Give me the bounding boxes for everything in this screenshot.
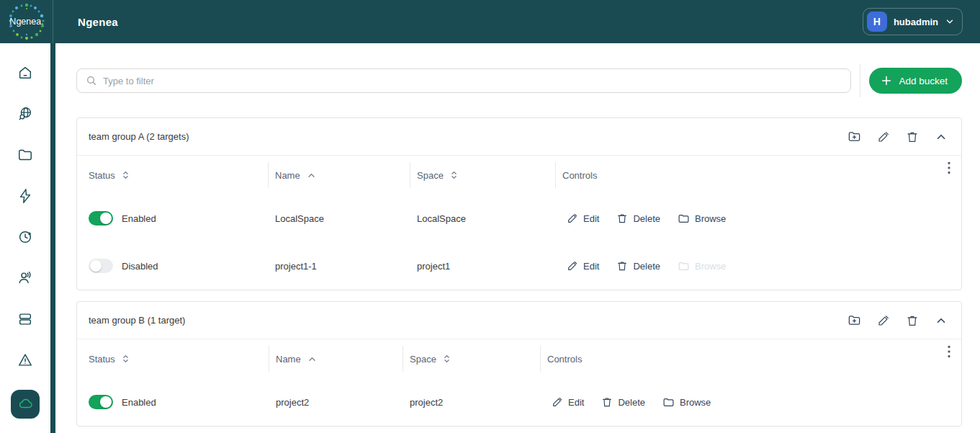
delete-group-button[interactable] <box>906 130 919 143</box>
toolbar-divider <box>860 64 860 97</box>
add-bucket-button[interactable]: Add bucket <box>869 68 962 94</box>
alerts-icon[interactable] <box>0 339 50 380</box>
filter-input[interactable] <box>103 76 842 86</box>
user-menu[interactable]: H hubadmin <box>863 8 963 35</box>
group-b-title: team group B (1 target) <box>89 315 185 326</box>
table-row: Enabled project2 project2 Edit <box>77 378 961 426</box>
plus-icon <box>881 75 892 86</box>
column-header-controls: Controls <box>555 156 961 195</box>
group-card-b: team group B (1 target) <box>76 301 962 427</box>
column-header-controls: Controls <box>540 339 961 378</box>
space-cell: project2 <box>403 397 540 408</box>
activity-icon[interactable] <box>0 175 50 216</box>
trash-icon <box>601 396 613 408</box>
toolbar: Add bucket <box>76 64 962 97</box>
browse-button[interactable]: Browse <box>678 213 726 225</box>
sort-icon <box>122 354 129 364</box>
status-label: Disabled <box>122 261 158 272</box>
folder-icon <box>662 396 675 409</box>
trash-icon <box>616 213 628 224</box>
column-header-name[interactable]: Name <box>268 156 410 195</box>
sort-icon <box>122 170 129 180</box>
status-toggle[interactable] <box>89 259 113 273</box>
ngenea-logo-icon: Ngenea. <box>6 1 47 42</box>
folder-icon <box>678 213 690 225</box>
folder-icon <box>678 260 690 272</box>
edit-group-button[interactable] <box>877 314 890 327</box>
history-icon[interactable] <box>0 216 50 257</box>
collapse-group-button[interactable] <box>935 130 948 143</box>
add-target-button[interactable] <box>848 313 861 327</box>
browse-button-disabled: Browse <box>678 260 726 272</box>
delete-group-button[interactable] <box>906 314 919 327</box>
group-a-table: Status Name Space <box>77 156 961 290</box>
trash-icon <box>616 260 628 272</box>
browse-button[interactable]: Browse <box>662 396 711 409</box>
delete-button[interactable]: Delete <box>601 396 645 408</box>
add-bucket-label: Add bucket <box>899 76 948 86</box>
table-row: Disabled project1-1 project1 Edit <box>77 242 961 290</box>
pencil-icon <box>567 213 578 224</box>
page-title: Ngenea <box>78 16 118 28</box>
cloud-active-button[interactable] <box>11 390 40 419</box>
chevron-down-icon <box>945 17 955 27</box>
name-cell: LocalSpace <box>268 213 410 224</box>
brand-logo: Ngenea. <box>0 0 53 43</box>
users-icon[interactable] <box>0 257 50 298</box>
delete-button[interactable]: Delete <box>616 213 660 224</box>
group-b-header: team group B (1 target) <box>77 302 961 339</box>
pencil-icon <box>877 130 890 143</box>
storage-icon[interactable] <box>0 298 50 339</box>
folder-plus-icon <box>848 313 861 327</box>
space-cell: LocalSpace <box>410 213 555 224</box>
status-label: Enabled <box>122 397 156 408</box>
table-row: Enabled LocalSpace LocalSpace Edit <box>77 195 961 242</box>
group-a-title: team group A (2 targets) <box>89 131 189 142</box>
add-target-button[interactable] <box>848 130 861 143</box>
status-toggle[interactable] <box>89 211 113 226</box>
user-name: hubadmin <box>894 17 938 27</box>
status-label: Enabled <box>122 213 156 224</box>
chevron-up-icon <box>935 130 948 143</box>
trash-icon <box>906 314 919 327</box>
group-a-header: team group A (2 targets) <box>77 118 961 156</box>
group-card-a: team group A (2 targets) <box>76 117 962 290</box>
sort-icon <box>451 170 457 180</box>
status-toggle[interactable] <box>89 395 113 409</box>
logo-wordmark: Ngenea. <box>9 17 43 27</box>
filter-field[interactable] <box>76 68 851 93</box>
home-icon[interactable] <box>0 52 50 93</box>
column-header-status[interactable]: Status <box>77 339 269 378</box>
group-b-table: Status Name Space <box>77 339 961 426</box>
edit-button[interactable]: Edit <box>567 260 599 272</box>
main-content: Add bucket team group A (2 targets) <box>55 43 980 433</box>
sidebar <box>0 43 50 433</box>
search-icon <box>86 75 97 86</box>
pencil-icon <box>877 314 890 327</box>
edit-button[interactable]: Edit <box>567 213 599 224</box>
collapse-group-button[interactable] <box>935 314 948 327</box>
sidebar-accent-bar <box>50 43 55 433</box>
chevron-up-icon <box>935 314 948 327</box>
edit-group-button[interactable] <box>877 130 890 143</box>
column-header-space[interactable]: Space <box>403 339 540 378</box>
sort-icon <box>444 354 450 364</box>
sort-asc-icon <box>308 357 316 362</box>
name-cell: project2 <box>269 397 403 408</box>
name-cell: project1-1 <box>268 261 410 272</box>
column-header-space[interactable]: Space <box>410 156 555 195</box>
user-avatar: H <box>867 12 887 32</box>
cloud-icon <box>17 396 33 412</box>
discover-icon[interactable] <box>0 93 50 134</box>
pencil-icon <box>552 396 563 408</box>
trash-icon <box>906 130 919 143</box>
edit-button[interactable]: Edit <box>552 396 584 408</box>
folder-icon[interactable] <box>0 134 50 175</box>
column-header-status[interactable]: Status <box>77 156 268 195</box>
sort-asc-icon <box>307 173 315 178</box>
delete-button[interactable]: Delete <box>616 260 660 272</box>
space-cell: project1 <box>410 261 555 272</box>
column-header-name[interactable]: Name <box>269 339 403 378</box>
folder-plus-icon <box>848 130 861 143</box>
table-header-row: Status Name Space <box>77 339 961 378</box>
